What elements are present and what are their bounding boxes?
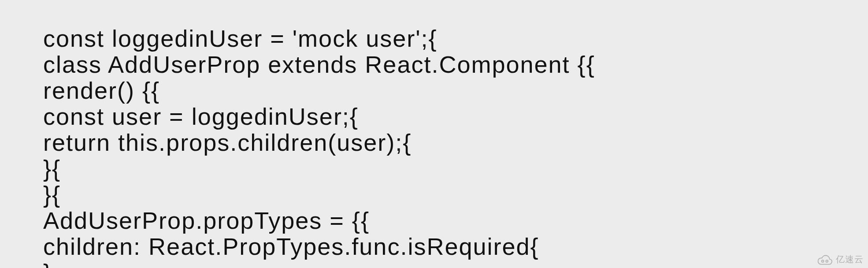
- svg-point-1: [826, 260, 828, 262]
- watermark-label: 亿速云: [836, 253, 864, 265]
- svg-point-0: [822, 260, 824, 262]
- code-snippet: const loggedinUser = 'mock user';{ class…: [43, 26, 595, 268]
- watermark: 亿速云: [816, 253, 864, 265]
- cloud-icon: [816, 254, 833, 265]
